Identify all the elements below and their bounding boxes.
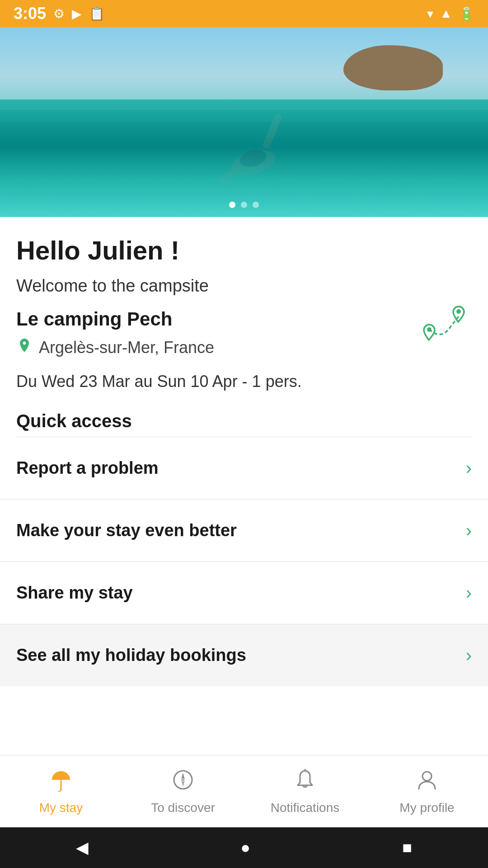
nav-item-my-profile[interactable]: My profile <box>366 755 488 827</box>
home-button[interactable]: ● <box>240 838 250 857</box>
campsite-row: Le camping Pech Argelès-sur-Mer, France <box>16 308 472 372</box>
chevron-right-icon-bookings: › <box>466 645 472 665</box>
person-icon <box>415 768 439 796</box>
chevron-right-icon-stay: › <box>466 520 472 541</box>
nav-item-my-stay[interactable]: My stay <box>0 755 122 827</box>
svg-point-3 <box>238 147 268 170</box>
location-row: Argelès-sur-Mer, France <box>16 337 418 358</box>
svg-marker-9 <box>181 773 185 780</box>
main-content: Hello Julien ! Welcome to the campsite L… <box>0 217 488 437</box>
gray-section: See all my holiday bookings › <box>0 624 488 686</box>
location-text: Argelès-sur-Mer, France <box>39 338 214 357</box>
nav-item-notifications[interactable]: Notifications <box>244 755 366 827</box>
status-time: 3:05 <box>14 4 46 23</box>
menu-item-share-label: Share my stay <box>16 583 133 603</box>
bell-icon <box>293 768 317 796</box>
bottom-nav: My stay To discover Notifications <box>0 755 488 827</box>
dot-3[interactable] <box>253 202 259 208</box>
nav-label-notifications: Notifications <box>271 801 340 815</box>
menu-item-bookings-label: See all my holiday bookings <box>16 646 246 665</box>
chevron-right-icon-report: › <box>466 458 472 478</box>
chevron-right-icon-share: › <box>466 583 472 603</box>
recents-button[interactable]: ■ <box>402 838 412 857</box>
menu-item-stay-better-label: Make your stay even better <box>16 521 237 540</box>
hero-banner <box>0 27 488 217</box>
campsite-info: Le camping Pech Argelès-sur-Mer, France <box>16 308 418 372</box>
location-pin-icon <box>16 337 33 358</box>
nav-item-to-discover[interactable]: To discover <box>122 755 244 827</box>
hero-dots <box>229 202 259 208</box>
menu-item-stay-better[interactable]: Make your stay even better › <box>0 500 488 562</box>
signal-icon: ▲ <box>440 6 452 21</box>
svg-line-2 <box>221 170 235 181</box>
menu-item-report[interactable]: Report a problem › <box>0 437 488 500</box>
compass-icon <box>171 768 195 796</box>
dot-2[interactable] <box>241 202 247 208</box>
hero-waterline <box>0 108 488 110</box>
menu-item-bookings[interactable]: See all my holiday bookings › <box>0 624 488 686</box>
hero-swimmer <box>208 108 298 190</box>
svg-point-12 <box>422 772 432 781</box>
svg-point-5 <box>456 309 461 314</box>
dot-1[interactable] <box>229 202 235 208</box>
quick-access-title: Quick access <box>16 411 472 431</box>
nav-label-to-discover: To discover <box>151 801 215 815</box>
settings-icon: ⚙ <box>53 6 65 21</box>
svg-line-1 <box>267 118 278 145</box>
map-route-icon <box>418 308 472 351</box>
clipboard-icon: 📋 <box>89 6 105 21</box>
hero-rock <box>343 45 443 90</box>
umbrella-icon <box>49 768 73 796</box>
svg-marker-10 <box>181 780 185 787</box>
android-navbar: ◀ ● ■ <box>0 827 488 868</box>
nav-label-my-profile: My profile <box>399 801 454 815</box>
status-bar: 3:05 ⚙ ▶ 📋 ▾ ▲ 🔋 <box>0 0 488 27</box>
back-button[interactable]: ◀ <box>76 838 89 857</box>
battery-icon: 🔋 <box>459 6 474 21</box>
campsite-name: Le camping Pech <box>16 308 418 330</box>
menu-item-share[interactable]: Share my stay › <box>0 562 488 624</box>
menu-list: Report a problem › Make your stay even b… <box>0 437 488 624</box>
play-icon: ▶ <box>72 6 82 21</box>
svg-point-8 <box>182 779 184 781</box>
dates-text: Du Wed 23 Mar au Sun 10 Apr - 1 pers. <box>16 372 472 391</box>
greeting: Hello Julien ! <box>16 235 472 265</box>
menu-item-report-label: Report a problem <box>16 458 159 478</box>
nav-label-my-stay: My stay <box>39 801 83 815</box>
wifi-icon: ▾ <box>427 6 433 21</box>
welcome-text: Welcome to the campsite <box>16 276 472 296</box>
svg-point-0 <box>228 146 278 179</box>
